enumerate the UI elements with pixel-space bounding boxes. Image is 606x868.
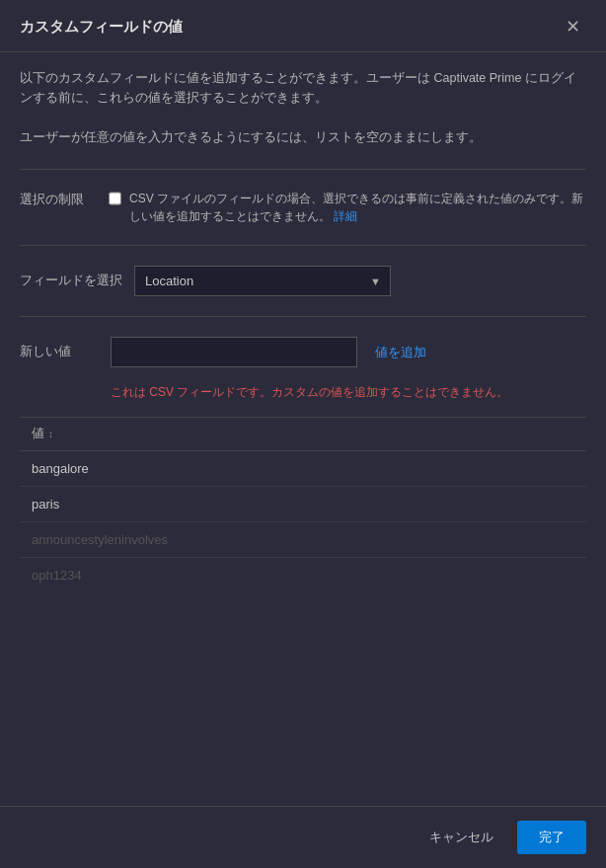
divider-1 <box>20 169 586 170</box>
description-text: 以下のカスタムフィールドに値を追加することができます。ユーザーは Captiva… <box>20 68 586 147</box>
new-value-row: 新しい値 値を追加 <box>20 325 586 379</box>
divider-2 <box>20 245 586 246</box>
sort-icon[interactable]: ↕ <box>48 429 53 439</box>
restriction-row: 選択の制限 CSV ファイルのフィールドの場合、選択できるのは事前に定義された値… <box>20 178 586 237</box>
restriction-label: 選択の制限 <box>20 190 99 208</box>
list-item: announcestyleninvolves <box>20 522 586 558</box>
complete-button[interactable]: 完了 <box>517 821 586 854</box>
field-select[interactable]: Location Department City <box>134 266 391 296</box>
values-table-header: 値 ↕ <box>20 418 586 451</box>
field-select-row: フィールドを選択 Location Department City ▼ <box>20 254 586 308</box>
new-value-label: 新しい値 <box>20 344 99 360</box>
dialog-body: 以下のカスタムフィールドに値を追加することができます。ユーザーは Captiva… <box>0 52 606 806</box>
cancel-button[interactable]: キャンセル <box>417 823 505 852</box>
field-select-label: フィールドを選択 <box>20 273 122 290</box>
field-select-wrapper: Location Department City ▼ <box>134 266 391 296</box>
restriction-checkbox-area: CSV ファイルのフィールドの場合、選択できるのは事前に定義された値のみです。新… <box>109 190 586 225</box>
list-item: paris <box>20 487 586 522</box>
list-item: bangalore <box>20 451 586 487</box>
list-item: oph1234 <box>20 558 586 592</box>
detail-link[interactable]: 詳細 <box>334 209 357 223</box>
dialog-title: カスタムフィールドの値 <box>20 18 183 37</box>
restriction-checkbox[interactable] <box>109 192 121 205</box>
dialog-header: カスタムフィールドの値 ✕ <box>0 0 606 52</box>
new-value-input[interactable] <box>111 337 357 367</box>
values-table: 値 ↕ bangalore paris announcestyleninvolv… <box>20 417 586 592</box>
divider-3 <box>20 316 586 317</box>
close-button[interactable]: ✕ <box>560 16 586 38</box>
add-value-button[interactable]: 値を追加 <box>369 340 432 365</box>
csv-warning: これは CSV フィールドです。カスタムの値を追加することはできません。 <box>20 379 586 413</box>
restriction-text: CSV ファイルのフィールドの場合、選択できるのは事前に定義された値のみです。新… <box>129 190 586 225</box>
custom-field-dialog: カスタムフィールドの値 ✕ 以下のカスタムフィールドに値を追加することができます… <box>0 0 606 868</box>
values-list: bangalore paris announcestyleninvolves o… <box>20 451 586 592</box>
dialog-footer: キャンセル 完了 <box>0 806 606 868</box>
